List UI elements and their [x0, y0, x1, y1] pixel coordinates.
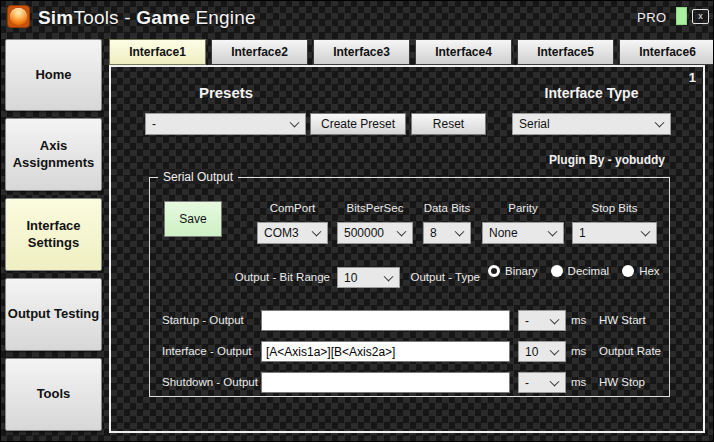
chevron-down-icon — [550, 314, 560, 324]
serial-output-group: Serial Output Save ComPort BitsPerSec Da… — [149, 177, 670, 397]
stop-bits-label: Stop Bits — [572, 202, 657, 214]
close-button[interactable]: x — [692, 9, 709, 24]
chevron-down-icon — [384, 271, 394, 281]
bitspersec-value: 500000 — [344, 226, 384, 240]
radio-decimal[interactable]: Decimal — [551, 265, 610, 277]
tab-interface1[interactable]: Interface1 — [109, 39, 206, 65]
sidebar-item-label: Axis Assignments — [6, 138, 101, 171]
output-type-label: Output - Type — [396, 271, 480, 283]
interface-output-input[interactable] — [261, 341, 510, 362]
interface-ms-label: ms — [571, 345, 586, 357]
save-button[interactable]: Save — [164, 201, 222, 237]
sidebar-item-tools[interactable]: Tools — [5, 358, 102, 431]
minimize-toggle[interactable] — [676, 7, 687, 25]
tab-interface2[interactable]: Interface2 — [211, 39, 308, 65]
radio-binary-label: Binary — [505, 265, 538, 277]
sidebar-item-home[interactable]: Home — [5, 39, 102, 111]
shutdown-ms-label: ms — [571, 376, 586, 388]
radio-unselected-icon — [551, 265, 563, 277]
chevron-down-icon — [550, 376, 560, 386]
sidebar-item-axis-assignments[interactable]: Axis Assignments — [5, 118, 102, 191]
tab-interface6[interactable]: Interface6 — [619, 39, 714, 65]
bit-range-label: Output - Bit Range — [220, 271, 330, 283]
shutdown-delay-value: - — [525, 376, 529, 390]
sidebar-item-label: Home — [35, 67, 71, 83]
presets-dropdown-value: - — [152, 117, 156, 131]
chevron-down-icon — [455, 227, 465, 237]
chevron-down-icon — [550, 345, 560, 355]
interface-type-heading: Interface Type — [512, 85, 671, 101]
data-bits-value: 8 — [430, 226, 437, 240]
interface-settings-panel: 1 Presets - Create Preset Reset Interfac… — [109, 65, 705, 433]
bitspersec-label: BitsPerSec — [337, 202, 413, 214]
parity-dropdown[interactable]: None — [482, 222, 564, 244]
sidebar-item-interface-settings[interactable]: Interface Settings — [5, 198, 102, 271]
sidebar-item-label: Interface Settings — [6, 218, 101, 251]
interface-output-label: Interface - Output — [162, 345, 272, 357]
startup-delay-dropdown[interactable]: - — [518, 310, 566, 331]
title-sim: Sim — [38, 7, 73, 28]
startup-output-label: Startup - Output — [162, 314, 272, 326]
plugin-by-label: Plugin By - yobuddy — [549, 153, 665, 167]
presets-heading: Presets — [151, 84, 301, 101]
comport-value: COM3 — [264, 226, 299, 240]
tab-interface3[interactable]: Interface3 — [313, 39, 410, 65]
comport-dropdown[interactable]: COM3 — [257, 222, 328, 244]
radio-selected-icon — [488, 265, 500, 277]
sidebar-item-output-testing[interactable]: Output Testing — [5, 278, 102, 351]
radio-binary[interactable]: Binary — [488, 265, 538, 277]
interface-type-dropdown[interactable]: Serial — [512, 113, 671, 135]
interface-type-value: Serial — [519, 117, 550, 131]
chevron-down-icon — [641, 227, 651, 237]
data-bits-label: Data Bits — [408, 202, 486, 214]
chevron-down-icon — [290, 118, 300, 128]
bitspersec-dropdown[interactable]: 500000 — [337, 222, 413, 244]
parity-value: None — [489, 226, 518, 240]
shutdown-delay-dropdown[interactable]: - — [518, 372, 566, 393]
create-preset-button[interactable]: Create Preset — [310, 113, 406, 135]
pro-badge: PRO — [637, 10, 667, 25]
title-game: Game — [136, 7, 190, 28]
output-rate-label: Output Rate — [599, 345, 661, 357]
radio-hex[interactable]: Hex — [622, 265, 659, 277]
tab-interface5[interactable]: Interface5 — [517, 39, 614, 65]
simtools-orb-icon — [10, 8, 27, 25]
stop-bits-value: 1 — [579, 226, 586, 240]
title-tools: Tools - — [73, 7, 136, 28]
parity-label: Parity — [482, 202, 564, 214]
chevron-down-icon — [548, 227, 558, 237]
reset-button[interactable]: Reset — [411, 113, 486, 135]
startup-ms-label: ms — [571, 314, 586, 326]
comport-label: ComPort — [257, 202, 328, 214]
hw-start-label: HW Start — [599, 314, 646, 326]
data-bits-dropdown[interactable]: 8 — [423, 222, 471, 244]
chevron-down-icon — [312, 227, 322, 237]
bit-range-value: 10 — [344, 271, 357, 285]
window-title: SimTools - Game Engine — [38, 7, 256, 29]
output-type-radio-group: Binary Decimal Hex — [488, 265, 660, 277]
chevron-down-icon — [397, 227, 407, 237]
output-rate-value: 10 — [525, 345, 538, 359]
radio-decimal-label: Decimal — [568, 265, 610, 277]
startup-output-input[interactable] — [261, 310, 510, 331]
shutdown-output-input[interactable] — [261, 372, 510, 393]
tab-interface4[interactable]: Interface4 — [415, 39, 512, 65]
chevron-down-icon — [655, 118, 665, 128]
output-rate-dropdown[interactable]: 10 — [518, 341, 566, 362]
startup-delay-value: - — [525, 314, 529, 328]
stop-bits-dropdown[interactable]: 1 — [572, 222, 657, 244]
radio-unselected-icon — [622, 265, 634, 277]
app-logo-icon — [7, 5, 30, 28]
page-number: 1 — [689, 70, 696, 85]
sidebar-item-label: Output Testing — [8, 306, 99, 322]
hw-stop-label: HW Stop — [599, 376, 645, 388]
bit-range-dropdown[interactable]: 10 — [337, 267, 400, 288]
sidebar-item-label: Tools — [37, 386, 71, 402]
shutdown-output-label: Shutdown - Output — [162, 376, 272, 388]
presets-dropdown[interactable]: - — [145, 113, 306, 135]
radio-hex-label: Hex — [639, 265, 659, 277]
title-engine: Engine — [190, 7, 256, 28]
serial-output-legend: Serial Output — [158, 170, 238, 184]
